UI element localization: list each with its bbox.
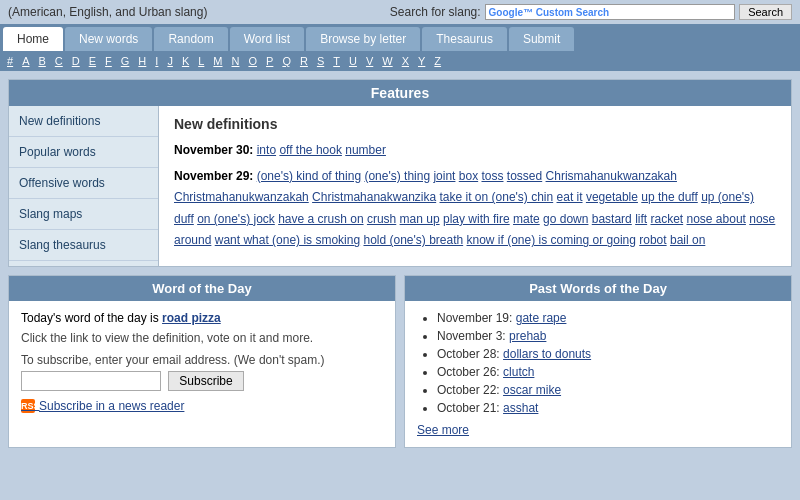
nav-tab-browse-by-letter[interactable]: Browse by letter <box>306 27 420 51</box>
letter-P[interactable]: P <box>262 54 277 68</box>
past-words-list: November 19: gate rapeNovember 3: prehab… <box>417 311 779 415</box>
letter-T[interactable]: T <box>329 54 344 68</box>
letter-O[interactable]: O <box>244 54 261 68</box>
past-words-header: Past Words of the Day <box>405 276 791 301</box>
word-link[interactable]: crush <box>367 212 396 226</box>
letter-F[interactable]: F <box>101 54 116 68</box>
main: Features New definitionsPopular wordsOff… <box>0 71 800 456</box>
wotd-desc: Click the link to view the definition, v… <box>21 331 383 345</box>
def-date: November 29: <box>174 169 257 183</box>
word-link[interactable]: take it on (one's) chin <box>440 190 554 204</box>
nav-tab-thesaurus[interactable]: Thesaurus <box>422 27 507 51</box>
word-link[interactable]: know if (one) is coming or going <box>467 233 636 247</box>
nav-tab-new-words[interactable]: New words <box>65 27 152 51</box>
subscribe-button[interactable]: Subscribe <box>168 371 243 391</box>
word-link[interactable]: racket <box>650 212 683 226</box>
nav-tab-submit[interactable]: Submit <box>509 27 574 51</box>
word-link[interactable]: off the hook <box>279 143 342 157</box>
search-bar: Search for slang: Google™ Custom Search … <box>390 4 792 20</box>
past-word-item: October 28: dollars to donuts <box>437 347 779 361</box>
search-button[interactable]: Search <box>739 4 792 20</box>
search-input[interactable] <box>611 6 731 18</box>
word-link[interactable]: lift <box>635 212 647 226</box>
letter-Q[interactable]: Q <box>278 54 295 68</box>
see-more-link[interactable]: See more <box>417 423 779 437</box>
past-words-content: November 19: gate rapeNovember 3: prehab… <box>405 301 791 447</box>
sidebar-item-popular-words[interactable]: Popular words <box>9 137 158 168</box>
word-link[interactable]: on (one's) jock <box>197 212 275 226</box>
word-link[interactable]: bail on <box>670 233 705 247</box>
past-word-link[interactable]: prehab <box>509 329 546 343</box>
letter-J[interactable]: J <box>163 54 177 68</box>
sidebar-item-offensive-words[interactable]: Offensive words <box>9 168 158 199</box>
letter-N[interactable]: N <box>228 54 244 68</box>
past-word-link[interactable]: gate rape <box>516 311 567 325</box>
past-word-item: October 21: asshat <box>437 401 779 415</box>
wotd-panel-header: Word of the Day <box>9 276 395 301</box>
new-defs-content: November 30: into off the hook numberNov… <box>174 140 776 252</box>
word-link[interactable]: toss <box>481 169 503 183</box>
letter-H[interactable]: H <box>134 54 150 68</box>
letter-S[interactable]: S <box>313 54 328 68</box>
word-link[interactable]: joint <box>433 169 455 183</box>
word-link[interactable]: Chrismahanukwanzakah <box>546 169 677 183</box>
letter-W[interactable]: W <box>378 54 396 68</box>
word-link[interactable]: (one's) thing <box>364 169 430 183</box>
word-link[interactable]: into <box>257 143 276 157</box>
past-word-link[interactable]: oscar mike <box>503 383 561 397</box>
word-link[interactable]: (one's) kind of thing <box>257 169 361 183</box>
word-link[interactable]: play with fire <box>443 212 510 226</box>
sidebar-item-slang-thesaurus[interactable]: Slang thesaurus <box>9 230 158 261</box>
nav-tab-home[interactable]: Home <box>3 27 63 51</box>
word-link[interactable]: mate <box>513 212 540 226</box>
word-link[interactable]: man up <box>400 212 440 226</box>
letter-M[interactable]: M <box>209 54 226 68</box>
word-link[interactable]: robot <box>639 233 666 247</box>
sidebar-item-new-definitions[interactable]: New definitions <box>9 106 158 137</box>
word-link[interactable]: number <box>345 143 386 157</box>
letter-A[interactable]: A <box>18 54 33 68</box>
word-link[interactable]: Christmahanukwanzakah <box>174 190 309 204</box>
wotd-word-link[interactable]: road pizza <box>162 311 221 325</box>
letter-D[interactable]: D <box>68 54 84 68</box>
letter-R[interactable]: R <box>296 54 312 68</box>
word-link[interactable]: eat it <box>557 190 583 204</box>
nav-tab-word-list[interactable]: Word list <box>230 27 304 51</box>
letter-X[interactable]: X <box>398 54 413 68</box>
word-link[interactable]: up the duff <box>641 190 698 204</box>
past-word-link[interactable]: clutch <box>503 365 534 379</box>
word-link[interactable]: box <box>459 169 478 183</box>
letter-I[interactable]: I <box>151 54 162 68</box>
letter-E[interactable]: E <box>85 54 100 68</box>
letter-U[interactable]: U <box>345 54 361 68</box>
word-link[interactable]: bastard <box>592 212 632 226</box>
letter-G[interactable]: G <box>117 54 134 68</box>
sidebar-item-slang-maps[interactable]: Slang maps <box>9 199 158 230</box>
word-link[interactable]: nose about <box>687 212 746 226</box>
letter-Z[interactable]: Z <box>430 54 445 68</box>
word-link[interactable]: go down <box>543 212 588 226</box>
letter-L[interactable]: L <box>194 54 208 68</box>
letter-B[interactable]: B <box>34 54 49 68</box>
nav-tab-random[interactable]: Random <box>154 27 227 51</box>
letter-Y[interactable]: Y <box>414 54 429 68</box>
wotd-prefix: Today's word of the day is <box>21 311 159 325</box>
past-word-link[interactable]: dollars to donuts <box>503 347 591 361</box>
letter-K[interactable]: K <box>178 54 193 68</box>
word-link[interactable]: vegetable <box>586 190 638 204</box>
letter-C[interactable]: C <box>51 54 67 68</box>
word-link[interactable]: hold (one's) breath <box>363 233 463 247</box>
past-word-link[interactable]: asshat <box>503 401 538 415</box>
word-link[interactable]: want what (one) is smoking <box>215 233 360 247</box>
rss-link[interactable]: RSS Subscribe in a news reader <box>21 399 383 413</box>
features-main: New definitions November 30: into off th… <box>159 106 791 266</box>
email-input[interactable] <box>21 371 161 391</box>
word-link[interactable]: have a crush on <box>278 212 363 226</box>
past-word-item: November 3: prehab <box>437 329 779 343</box>
letter-V[interactable]: V <box>362 54 377 68</box>
word-link[interactable]: Christmahanakwanzika <box>312 190 436 204</box>
past-word-item: October 26: clutch <box>437 365 779 379</box>
rss-icon: RSS <box>21 399 35 413</box>
letter-#[interactable]: # <box>3 54 17 68</box>
word-link[interactable]: tossed <box>507 169 542 183</box>
